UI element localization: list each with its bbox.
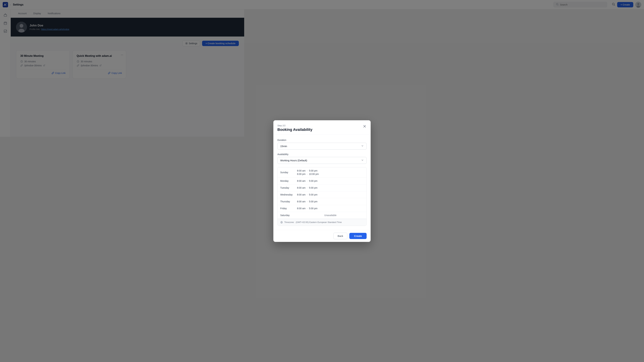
- modal-overlay[interactable]: Step 2/2 Booking Availability Duration 1…: [0, 0, 244, 137]
